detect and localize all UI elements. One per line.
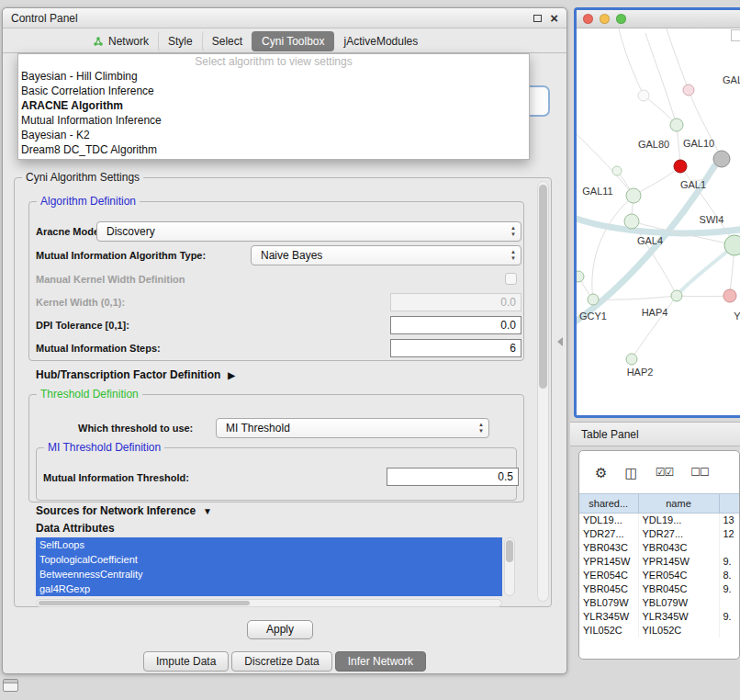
table-panel-title: Table Panel xyxy=(581,428,639,441)
tab-label: Style xyxy=(168,35,193,48)
graph-node[interactable] xyxy=(671,290,682,301)
tab-label: Cyni Toolbox xyxy=(262,35,324,48)
graph-node[interactable] xyxy=(683,85,694,96)
graph-node[interactable] xyxy=(577,271,584,282)
graph-node-label: GCY1 xyxy=(579,310,607,322)
group-title: Cyni Algorithm Settings xyxy=(22,171,143,184)
group-title: MI Threshold Definition xyxy=(44,441,164,454)
minimized-panel-icon[interactable] xyxy=(3,679,18,692)
graph-node[interactable] xyxy=(723,289,736,302)
graph-node[interactable] xyxy=(612,166,622,175)
table-cell: YDL19... xyxy=(638,514,719,527)
graph-node[interactable] xyxy=(626,354,637,365)
chevron-right-icon[interactable]: ▶ xyxy=(228,370,235,380)
spinner-arrows-icon: ▲▼ xyxy=(478,422,484,435)
table-row[interactable]: YBR043CYBR043C xyxy=(579,541,740,555)
aracne-mode-select[interactable]: Discovery ▲▼ xyxy=(96,221,521,242)
hub-section-toggle[interactable]: Hub/Transcription Factor Definition ▶ xyxy=(36,368,235,381)
graph-node-label: GAL1 xyxy=(680,179,706,190)
settings-scrollbar[interactable] xyxy=(537,181,549,602)
tab-infer-network[interactable]: Infer Network xyxy=(335,651,426,672)
close-icon[interactable]: × xyxy=(550,11,558,25)
tab-impute-data[interactable]: Impute Data xyxy=(143,651,229,672)
tab-select[interactable]: Select xyxy=(202,31,252,51)
attribute-item-selected[interactable]: gal4RGexp xyxy=(36,581,502,596)
window-title: Control Panel xyxy=(11,12,78,25)
attribute-list-scrollbar[interactable] xyxy=(504,537,515,596)
table-cell: YIL052C xyxy=(638,624,719,638)
table-row[interactable]: YER054CYER054C8. xyxy=(579,569,740,582)
table-row[interactable]: YDL19...YDL19...13 xyxy=(579,514,740,527)
chevron-down-icon[interactable]: ▼ xyxy=(203,506,212,516)
panel-splitter-arrow-icon[interactable] xyxy=(557,337,563,346)
network-canvas[interactable]: GALGAL80GAL10GAL11GAL1SWI4GAL4GCY1HAP4HA… xyxy=(577,28,740,418)
attribute-list-hscrollbar[interactable] xyxy=(36,599,502,607)
dropdown-item-selected[interactable]: ARACNE Algorithm xyxy=(18,98,529,113)
zoom-traffic-light[interactable] xyxy=(616,14,626,24)
graph-edge-medium xyxy=(677,245,734,296)
tab-cyni-toolbox[interactable]: Cyni Toolbox xyxy=(252,31,333,51)
dropdown-item[interactable]: Bayesian - Hill Climbing xyxy=(18,69,529,84)
mi-steps-input[interactable] xyxy=(390,339,521,357)
spinner-arrows-icon: ▲▼ xyxy=(510,249,516,262)
table-cell: 9. xyxy=(719,582,740,596)
column-header[interactable]: name xyxy=(638,494,719,514)
dpi-tolerance-label: DPI Tolerance [0,1]: xyxy=(36,320,129,331)
network-graph[interactable]: GALGAL80GAL10GAL11GAL1SWI4GAL4GCY1HAP4HA… xyxy=(577,28,740,418)
tab-jactivemodules[interactable]: jActiveModules xyxy=(334,31,428,51)
table-row[interactable]: YBR045CYBR045C9. xyxy=(579,582,740,596)
table-row[interactable]: YBL079WYBL079W xyxy=(579,596,740,610)
table-row[interactable]: YIL052CYIL052C xyxy=(579,624,740,638)
deselect-all-icon[interactable]: ☐☐ xyxy=(690,467,709,478)
sources-section-toggle[interactable]: Sources for Network Inference ▼ xyxy=(36,504,212,517)
mi-threshold-input[interactable] xyxy=(387,468,519,486)
tab-discretize-data[interactable]: Discretize Data xyxy=(231,651,331,672)
table-row[interactable]: YDR27...YDR27...12 xyxy=(579,527,740,541)
graph-node-label: GAL11 xyxy=(582,186,612,197)
table-panel-window: ⚙ ◫ ☑☑ ☐☐ shared... name YDL19...YDL19..… xyxy=(578,450,740,660)
apply-button[interactable]: Apply xyxy=(247,620,313,639)
select-all-icon[interactable]: ☑☑ xyxy=(656,467,674,478)
table-cell: 9. xyxy=(719,555,740,569)
graph-node[interactable] xyxy=(626,188,641,203)
sources-section-label: Sources for Network Inference xyxy=(36,504,196,517)
graph-node[interactable] xyxy=(674,160,687,173)
column-header[interactable] xyxy=(719,494,740,514)
dpi-tolerance-input[interactable] xyxy=(390,316,521,334)
graph-node-label: GAL4 xyxy=(637,235,663,246)
control-panel-window: Control Panel × Network Style Select Cyn… xyxy=(2,7,567,674)
table-row[interactable]: YPR145WYPR145W9. xyxy=(579,555,740,569)
graph-node[interactable] xyxy=(670,119,683,131)
minimize-traffic-light[interactable] xyxy=(600,14,610,24)
kernel-width-input xyxy=(390,293,521,311)
tab-network[interactable]: Network xyxy=(84,31,158,51)
data-attributes-label: Data Attributes xyxy=(36,522,115,535)
table-body: YDL19...YDL19...13YDR27...YDR27...12YBR0… xyxy=(579,514,740,638)
dropdown-item[interactable]: Basic Correlation Inference xyxy=(18,84,529,98)
graph-node[interactable] xyxy=(624,214,639,229)
mi-algorithm-select[interactable]: Naive Bayes ▲▼ xyxy=(251,245,521,265)
tab-style[interactable]: Style xyxy=(158,31,202,51)
graph-node[interactable] xyxy=(713,151,730,167)
gear-icon[interactable]: ⚙ xyxy=(595,466,607,480)
close-traffic-light[interactable] xyxy=(583,14,593,24)
node-table: shared... name YDL19...YDL19...13YDR27..… xyxy=(579,493,740,638)
which-threshold-select[interactable]: MI Threshold ▲▼ xyxy=(216,418,489,438)
attribute-item-selected[interactable]: BetweennessCentrality xyxy=(36,567,502,581)
attribute-item-selected[interactable]: SelfLoops xyxy=(36,537,502,552)
table-row[interactable]: YLR345WYLR345W9. xyxy=(579,610,740,624)
table-header-row: shared... name xyxy=(579,494,740,514)
graph-node[interactable] xyxy=(588,294,599,305)
dropdown-item[interactable]: Mutual Information Inference xyxy=(18,113,529,128)
float-window-icon[interactable] xyxy=(533,15,542,22)
graph-node[interactable] xyxy=(724,235,740,255)
selected-value: Discovery xyxy=(107,225,155,238)
columns-icon[interactable]: ◫ xyxy=(624,466,637,480)
attribute-item-selected[interactable]: TopologicalCoefficient xyxy=(36,552,502,567)
graph-node[interactable] xyxy=(638,90,649,101)
dropdown-item[interactable]: Bayesian - K2 xyxy=(18,128,529,142)
dropdown-item[interactable]: Dream8 DC_TDC Algorithm xyxy=(18,142,529,157)
column-header[interactable]: shared... xyxy=(579,494,638,514)
table-cell: YPR145W xyxy=(579,555,638,569)
kernel-width-label: Kernel Width (0,1): xyxy=(36,297,125,308)
